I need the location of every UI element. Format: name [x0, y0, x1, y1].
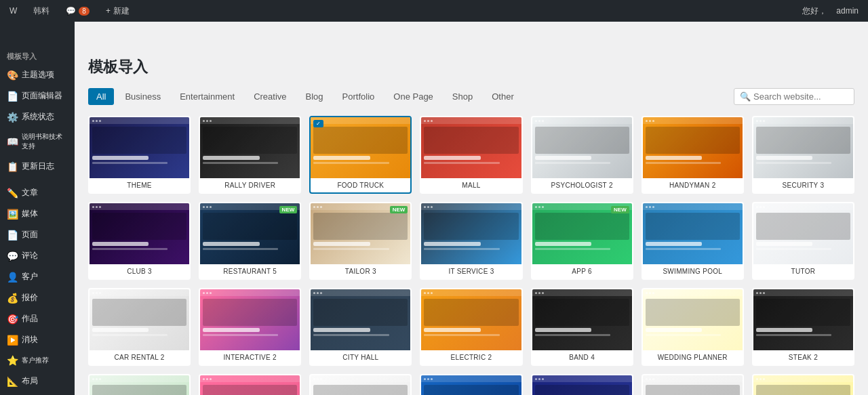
sidebar-item-slides[interactable]: ▶️ 消块: [0, 329, 75, 350]
wp-icon: W: [9, 6, 17, 16]
template-card-rally-driver[interactable]: RALLY DRIVER: [199, 116, 301, 194]
mini-dot: [763, 292, 765, 294]
template-card-spaces[interactable]: MAKE SPACES FOR BETTER LIVING: [642, 374, 744, 395]
template-card-restaurant-5[interactable]: NEWRESTAURANT 5: [199, 202, 301, 280]
template-card-app-6[interactable]: NEWAPP 6: [531, 202, 633, 280]
mini-image: [535, 127, 629, 154]
template-thumb-it-service-3: [421, 203, 521, 264]
template-card-kindergarten[interactable]: KINDERGARTEN: [752, 374, 854, 395]
filter-tab-entertainment[interactable]: Entertainment: [172, 88, 243, 105]
sidebar-item-doc-support[interactable]: 📖 说明书和技术支持: [0, 127, 75, 156]
template-card-interactive-2[interactable]: INTERACTIVE 2: [199, 288, 301, 366]
mini-title: [92, 242, 149, 246]
template-card-food-truck[interactable]: ✓FOOD TRUCK: [309, 116, 412, 194]
template-card-handyman-2[interactable]: HANDYMAN 2: [642, 116, 744, 194]
search-box[interactable]: 🔍: [734, 88, 854, 105]
template-name-electric-2: ELECTRIC 2: [421, 350, 521, 365]
comments-link[interactable]: 💬 8: [62, 0, 94, 22]
template-card-electric-2[interactable]: ELECTRIC 2: [420, 288, 522, 366]
mini-dot: [424, 378, 426, 380]
filter-tab-creative[interactable]: Creative: [245, 88, 294, 105]
mini-title: [424, 242, 480, 246]
sidebar-item-pages[interactable]: 📄 页面: [0, 224, 75, 245]
mini-dot: [92, 206, 94, 208]
mini-title: [313, 328, 370, 332]
mini-content: [532, 382, 632, 395]
template-card-car-rental-2[interactable]: CAR RENTAL 2: [88, 288, 191, 366]
admin-logo[interactable]: W: [5, 0, 21, 22]
mini-dot: [210, 292, 212, 294]
filter-tab-portfolio[interactable]: Portfolio: [334, 88, 383, 105]
mini-content: [311, 124, 410, 168]
template-card-santa[interactable]: SANTA CLAUS: [531, 374, 633, 395]
mini-dot: [431, 206, 433, 208]
mini-content: [90, 124, 189, 168]
mini-image: [92, 385, 186, 395]
template-card-swimming-pool[interactable]: SWIMMING POOL: [642, 202, 744, 280]
sidebar-item-works[interactable]: 🎯 作品: [0, 308, 75, 329]
sidebar-item-articles[interactable]: ✏️ 文章: [0, 182, 75, 203]
template-card-city-hall[interactable]: CITY HALL: [309, 288, 412, 366]
mini-content: [753, 382, 853, 395]
template-card-psychologist-2[interactable]: PSYCHOLOGIST 2: [531, 116, 633, 194]
admin-username[interactable]: admin: [832, 0, 863, 22]
mini-nav: [532, 117, 632, 124]
template-card-steak-2[interactable]: STEAK 2: [752, 288, 854, 366]
template-card-it-service-3[interactable]: IT SERVICE 3: [420, 202, 522, 280]
sidebar-item-recommended[interactable]: ⭐ 客户推荐: [0, 350, 75, 371]
sidebar-item-changelog[interactable]: 📋 更新日志: [0, 156, 75, 177]
mini-text: [92, 162, 167, 164]
filter-tab-one-page[interactable]: One Page: [385, 88, 441, 105]
filter-tab-shop[interactable]: Shop: [444, 88, 481, 105]
template-card-theme[interactable]: THEME: [88, 116, 191, 194]
template-card-wedding-planner[interactable]: WEDDING PLANNER: [642, 288, 744, 366]
sidebar-item-layout[interactable]: 📐 布局: [0, 371, 75, 392]
sidebar-item-page-editor[interactable]: 📄 页面编辑器: [0, 85, 75, 106]
mini-content: [200, 296, 300, 340]
mini-content: [200, 210, 300, 254]
template-card-dance-school-2[interactable]: DANCE SCHOOL 2: [199, 374, 301, 395]
template-card-club-3[interactable]: CLUB 3: [88, 202, 191, 280]
mini-dot: [542, 378, 544, 380]
mini-text: [756, 162, 831, 164]
mini-content: [753, 296, 853, 340]
mini-dot: [763, 206, 765, 208]
sidebar-item-clients[interactable]: 👤 客户: [0, 266, 75, 287]
mini-image: [535, 213, 629, 240]
sidebar-item-pricing[interactable]: 💰 报价: [0, 287, 75, 308]
mini-dot: [313, 206, 315, 208]
template-card-energy[interactable]: ENERGY AT YOUR DOORSTEP: [420, 374, 522, 395]
template-card-fisher[interactable]: FISHER: [309, 374, 412, 395]
mini-nav: [421, 117, 521, 124]
mini-dot: [652, 120, 654, 122]
mini-dot: [203, 206, 205, 208]
mini-content: [421, 296, 521, 340]
template-card-tailor-3[interactable]: NEWTAILOR 3: [309, 202, 412, 280]
mini-dot: [542, 206, 544, 208]
site-name[interactable]: 韩料: [29, 0, 54, 22]
template-thumb-mall: [421, 117, 521, 178]
sidebar-label: 客户: [22, 271, 38, 283]
filter-tab-other[interactable]: Other: [484, 88, 522, 105]
mini-nav: [643, 289, 743, 296]
sidebar-item-templates[interactable]: 🗂️ 模板: [0, 392, 75, 395]
mini-title: [313, 242, 370, 246]
sidebar-item-theme-options[interactable]: 🎨 主题选项: [0, 64, 75, 85]
main-content: 模板导入 All Business Entertainment Creative…: [75, 22, 868, 395]
search-input[interactable]: [753, 91, 848, 102]
sidebar-item-system-status[interactable]: ⚙️ 系统状态: [0, 106, 75, 127]
template-card-mall[interactable]: MALL: [420, 116, 522, 194]
filter-tab-all[interactable]: All: [88, 88, 114, 105]
template-card-security-3[interactable]: SECURITY 3: [752, 116, 854, 194]
filter-tab-business[interactable]: Business: [117, 88, 169, 105]
template-card-tutor[interactable]: TUTOR: [752, 202, 854, 280]
template-name-theme: THEME: [90, 178, 189, 192]
template-card-eco-food[interactable]: ECO FOOD: [88, 374, 191, 395]
filter-tab-blog[interactable]: Blog: [298, 88, 332, 105]
mini-nav: [90, 375, 189, 382]
new-content[interactable]: + 新建: [102, 0, 134, 22]
sidebar-item-media[interactable]: 🖼️ 媒体: [0, 203, 75, 224]
template-card-band-4[interactable]: BAND 4: [531, 288, 633, 366]
template-name-tailor-3: TAILOR 3: [311, 264, 410, 278]
sidebar-item-comments[interactable]: 💬 评论: [0, 245, 75, 266]
